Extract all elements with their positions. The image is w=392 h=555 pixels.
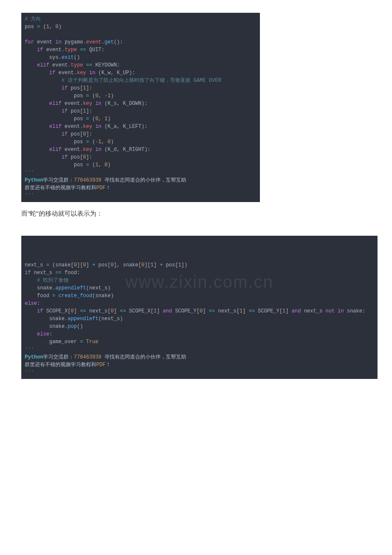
code-line: pos = (-1, 0) (25, 138, 257, 146)
document-content: # 方向pos = (1, 0) for event in pygame.eve… (0, 0, 392, 399)
code-line: if pos[1]: (25, 107, 257, 115)
code-line: else: (25, 300, 374, 307)
code-line: if next_s == food: (25, 269, 374, 277)
code-line: # 吃到了食物 (25, 277, 374, 284)
code-line: if pos[1]: (25, 84, 257, 92)
code-line: game_over = True (25, 338, 374, 346)
code-line: if pos[0]: (25, 153, 257, 161)
code-line: elif event.key in (K_s, K_DOWN): (25, 100, 257, 107)
code-line: food = create_food(snake) (25, 292, 374, 300)
code-line: ''' (25, 192, 257, 199)
code-line: next_s = (snake[0][0] + pos[0], snake[0]… (25, 261, 374, 269)
code-line: else: (25, 330, 374, 338)
code-line: Python学习交流群：778463939 寻找有志同道合的小伙伴，互帮互助 (25, 353, 374, 361)
code-block-1: # 方向pos = (1, 0) for event in pygame.eve… (21, 13, 260, 202)
code-line: ''' (25, 169, 257, 176)
code-line: Python学习交流群：778463939 寻找有志同道合的小伙伴，互帮互助 (25, 176, 257, 184)
code-line: if event.key in (K_w, K_UP): (25, 69, 257, 77)
code-block-2: www.zixin.com.cn next_s = (snake[0][0] +… (21, 236, 378, 379)
code-line: if pos[0]: (25, 130, 257, 138)
code-line: 群里还有不错的视频学习教程和PDF！ (25, 361, 374, 369)
code-line: pos = (1, 0) (25, 161, 257, 169)
code-line: for event in pygame.event.get(): (25, 38, 257, 46)
code-line: snake.pop() (25, 323, 374, 330)
code-line: elif event.key in (K_a, K_LEFT): (25, 123, 257, 130)
code-line: if event.type == QUIT: (25, 46, 257, 54)
code-line: snake.appendleft(next_s) (25, 284, 374, 292)
code-line (25, 31, 257, 38)
code-line: snake.appendleft(next_s) (25, 315, 374, 323)
code-line: sys.exit() (25, 54, 257, 61)
code-line: pos = (0, -1) (25, 92, 257, 100)
code-line: ''' (25, 369, 374, 376)
code-line: # 这个判断是为了防止蛇向上移时按了向下键，导致直接 GAME OVER (25, 77, 257, 84)
code-line: pos = (1, 0) (25, 23, 257, 31)
code-line: elif event.key in (K_d, K_RIGHT): (25, 146, 257, 153)
code-line: elif event.type == KEYDOWN: (25, 61, 257, 69)
code-line: if SCOPE_X[0] <= next_s[0] <= SCOPE_X[1]… (25, 307, 374, 315)
code-line: pos = (0, 1) (25, 115, 257, 123)
code-line: 群里还有不错的视频学习教程和PDF！ (25, 184, 257, 192)
code-line: # 方向 (25, 15, 257, 23)
code-line: ''' (25, 346, 374, 353)
paragraph-snake-move: 而"蛇"的移动就可以表示为： (21, 210, 371, 218)
